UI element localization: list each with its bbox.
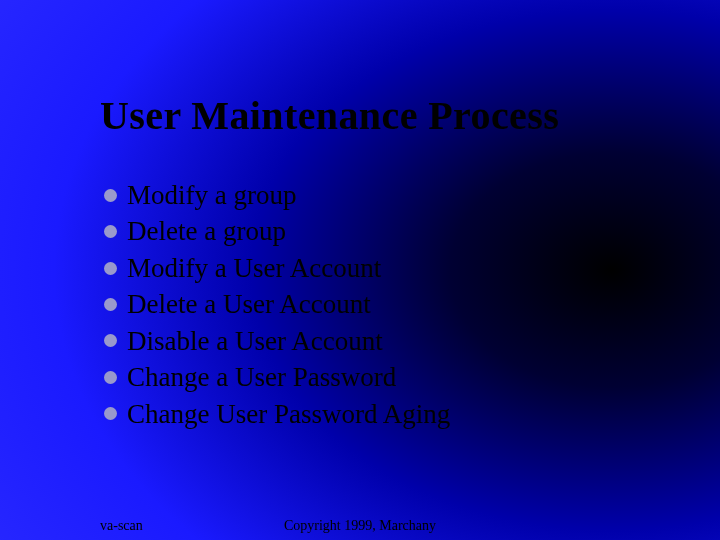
bullet-icon bbox=[104, 225, 117, 238]
bullet-text: Delete a User Account bbox=[127, 286, 371, 322]
list-item: Change a User Password bbox=[104, 359, 680, 395]
footer-center: Copyright 1999, Marchany bbox=[284, 518, 436, 534]
bullet-text: Change a User Password bbox=[127, 359, 396, 395]
bullet-text: Delete a group bbox=[127, 213, 286, 249]
bullet-icon bbox=[104, 298, 117, 311]
bullet-icon bbox=[104, 189, 117, 202]
bullet-list: Modify a group Delete a group Modify a U… bbox=[104, 177, 680, 432]
bullet-text: Change User Password Aging bbox=[127, 396, 450, 432]
slide: User Maintenance Process Modify a group … bbox=[0, 0, 720, 540]
list-item: Change User Password Aging bbox=[104, 396, 680, 432]
bullet-icon bbox=[104, 334, 117, 347]
bullet-text: Disable a User Account bbox=[127, 323, 383, 359]
bullet-text: Modify a group bbox=[127, 177, 296, 213]
list-item: Disable a User Account bbox=[104, 323, 680, 359]
list-item: Delete a group bbox=[104, 213, 680, 249]
bullet-text: Modify a User Account bbox=[127, 250, 381, 286]
list-item: Modify a User Account bbox=[104, 250, 680, 286]
bullet-icon bbox=[104, 371, 117, 384]
bullet-icon bbox=[104, 262, 117, 275]
list-item: Delete a User Account bbox=[104, 286, 680, 322]
footer-left: va-scan bbox=[100, 518, 143, 534]
slide-title: User Maintenance Process bbox=[100, 92, 680, 139]
bullet-icon bbox=[104, 407, 117, 420]
list-item: Modify a group bbox=[104, 177, 680, 213]
